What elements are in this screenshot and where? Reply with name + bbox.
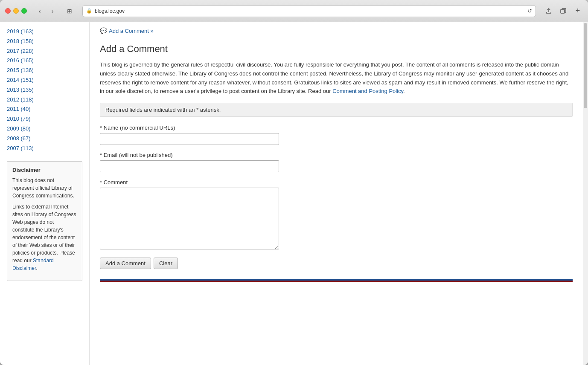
- sidebar-link[interactable]: 2019 (163): [7, 27, 82, 36]
- comment-policy-link[interactable]: Comment and Posting Policy: [332, 88, 403, 94]
- comment-label: * Comment: [100, 179, 573, 185]
- comment-form-group: * Comment: [100, 179, 573, 251]
- lock-icon: 🔒: [86, 8, 92, 14]
- policy-link-suffix: .: [403, 88, 405, 94]
- comment-label-text: * Comment: [100, 179, 128, 185]
- sidebar-link[interactable]: 2008 (67): [7, 134, 82, 143]
- browser-toolbar-right: [543, 5, 569, 17]
- sidebar-link[interactable]: 2013 (135): [7, 86, 82, 95]
- add-tab-button[interactable]: +: [573, 6, 583, 16]
- policy-text: This blog is governed by the general rul…: [100, 61, 573, 96]
- browser-content: 2019 (163)2018 (158)2017 (228)2016 (165)…: [0, 22, 588, 365]
- duplicate-button[interactable]: [557, 5, 569, 17]
- sidebar-link[interactable]: 2018 (158): [7, 37, 82, 46]
- sidebar-link[interactable]: 2010 (79): [7, 115, 82, 124]
- sidebar-links: 2019 (163)2018 (158)2017 (228)2016 (165)…: [7, 27, 82, 153]
- main-content: 💬 Add a Comment » Add a Comment This blo…: [90, 22, 583, 365]
- footer-border: [100, 279, 573, 282]
- url-text: blogs.loc.gov: [95, 8, 125, 14]
- maximize-button[interactable]: [21, 8, 27, 14]
- sidebar-toggle-button[interactable]: ⊞: [64, 5, 76, 17]
- email-label-text: * Email (will not be published): [100, 152, 173, 158]
- disclaimer-text2: Links to external Internet sites on Libr…: [12, 203, 77, 272]
- comment-icon: 💬: [100, 27, 107, 34]
- reload-button[interactable]: ↺: [527, 8, 532, 14]
- traffic-lights: [5, 8, 27, 14]
- disclaimer-link-suffix: .: [36, 265, 37, 271]
- svg-rect-0: [561, 9, 565, 13]
- sidebar: 2019 (163)2018 (158)2017 (228)2016 (165)…: [0, 22, 90, 365]
- sidebar-link[interactable]: 2011 (40): [7, 105, 82, 114]
- close-button[interactable]: [5, 8, 11, 14]
- disclaimer-title: Disclaimer: [12, 167, 77, 173]
- scrollbar-thumb[interactable]: [584, 23, 587, 108]
- browser-titlebar: ‹ › ⊞ 🔒 blogs.loc.gov ↺ +: [0, 0, 588, 22]
- email-input[interactable]: [100, 160, 279, 172]
- add-comment-button[interactable]: Add a Comment: [100, 258, 151, 269]
- name-form-group: * Name (no commercial URLs): [100, 125, 573, 145]
- email-label: * Email (will not be published): [100, 152, 573, 158]
- name-input[interactable]: [100, 133, 279, 145]
- sidebar-link[interactable]: 2014 (151): [7, 76, 82, 85]
- required-notice: Required fields are indicated with an * …: [100, 103, 573, 117]
- form-actions: Add a Comment Clear: [100, 258, 573, 269]
- back-button[interactable]: ‹: [34, 5, 46, 17]
- browser-window: ‹ › ⊞ 🔒 blogs.loc.gov ↺ +: [0, 0, 588, 365]
- breadcrumb-link[interactable]: 💬 Add a Comment »: [100, 27, 154, 34]
- comment-textarea[interactable]: [100, 188, 279, 249]
- sidebar-link[interactable]: 2007 (113): [7, 144, 82, 153]
- disclaimer-text1: This blog does not represent official Li…: [12, 177, 77, 200]
- name-label: * Name (no commercial URLs): [100, 125, 573, 131]
- sidebar-link[interactable]: 2015 (136): [7, 66, 82, 75]
- address-bar: 🔒 blogs.loc.gov ↺: [82, 5, 536, 17]
- sidebar-link[interactable]: 2009 (80): [7, 125, 82, 133]
- email-form-group: * Email (will not be published): [100, 152, 573, 172]
- minimize-button[interactable]: [13, 8, 19, 14]
- page-title: Add a Comment: [100, 43, 573, 55]
- breadcrumb-label: Add a Comment »: [109, 28, 154, 34]
- clear-button[interactable]: Clear: [154, 258, 178, 269]
- nav-buttons: ‹ ›: [34, 5, 58, 17]
- name-label-text: * Name (no commercial URLs): [100, 125, 175, 131]
- sidebar-link[interactable]: 2012 (118): [7, 96, 82, 104]
- sidebar-link[interactable]: 2017 (228): [7, 47, 82, 56]
- disclaimer-box: Disclaimer This blog does not represent …: [7, 161, 82, 281]
- share-button[interactable]: [543, 5, 555, 17]
- disclaimer-text2-content: Links to external Internet sites on Libr…: [12, 204, 76, 264]
- scrollbar-track[interactable]: [583, 22, 588, 365]
- forward-button[interactable]: ›: [47, 5, 58, 17]
- sidebar-link[interactable]: 2016 (165): [7, 56, 82, 65]
